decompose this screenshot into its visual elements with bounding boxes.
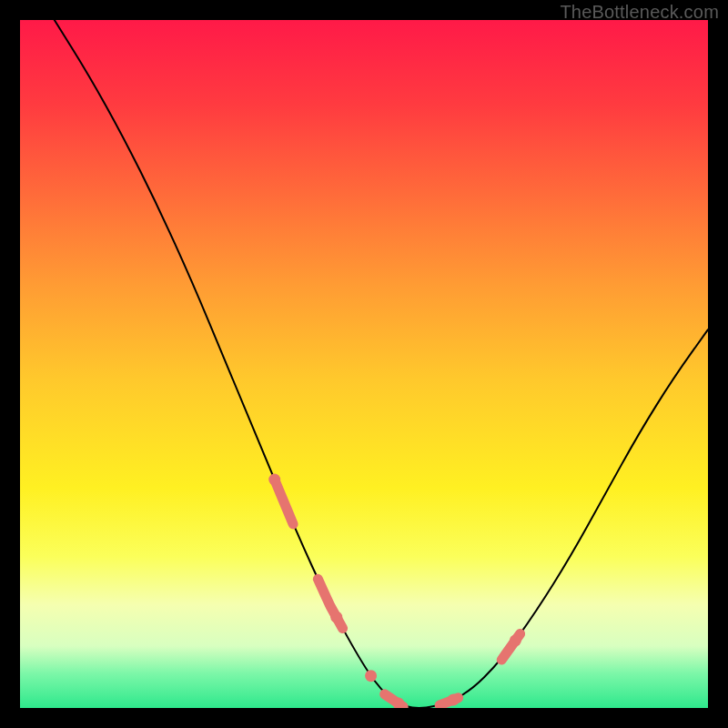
bottleneck-curve-svg [20,20,708,708]
highlight-dot [330,612,342,623]
highlight-segment [275,480,361,662]
highlight-dot [365,670,377,682]
highlight-layer [268,474,539,708]
highlight-dot [268,474,280,486]
chart-plot-area [20,20,708,708]
highlight-dot [448,693,460,705]
curve-line [55,20,708,708]
highlight-dot [510,634,521,646]
